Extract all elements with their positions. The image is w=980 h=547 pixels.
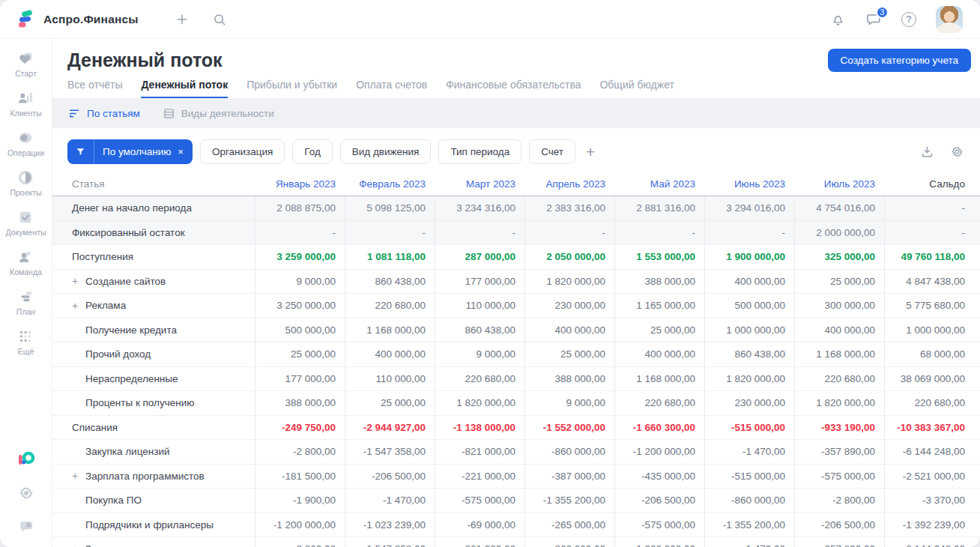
create-category-button[interactable]: Создать категорию учета	[828, 49, 971, 72]
settings-gear-icon[interactable]	[18, 485, 34, 501]
table-row[interactable]: Нераспределенные177 000,00110 000,00220 …	[52, 367, 980, 392]
default-filter-chip[interactable]: По умолчанию ×	[67, 139, 193, 164]
table-row[interactable]: +Реклама3 250 000,00220 680,00110 000,00…	[52, 294, 980, 318]
month-value-cell: -	[614, 221, 704, 245]
month-value-cell: -860 000,00	[704, 489, 794, 513]
month-value-cell: -821 000,00	[435, 440, 524, 464]
month-value-cell: 4 754 016,00	[794, 196, 884, 220]
column-header-month[interactable]: Март 2023	[435, 178, 524, 190]
sidebar-item-start[interactable]: Старт	[5, 50, 46, 78]
sidebar-item-plan[interactable]: План	[5, 288, 46, 316]
app-window: Аспро.Финансы 3 СтартКлиентыОперацииПрое…	[0, 0, 980, 547]
add-filter-icon[interactable]: +	[586, 144, 595, 160]
month-value-cell: -221 000,00	[435, 465, 524, 489]
report-tab[interactable]: Оплата счетов	[356, 79, 427, 99]
table-row[interactable]: Проценты к получению388 000,0025 000,001…	[52, 391, 980, 416]
column-header-month[interactable]: Апрель 2023	[524, 178, 614, 190]
month-value-cell: 230 000,00	[524, 294, 614, 318]
month-value-cell: -1 138 000,00	[435, 416, 524, 440]
help-icon[interactable]	[901, 12, 916, 27]
view-tab-by-articles[interactable]: По статьям	[68, 107, 140, 120]
table-row[interactable]: Получение кредита500 000,001 168 000,008…	[52, 318, 980, 343]
table-row[interactable]: Фиксированный остаток------2 000 000,00-	[52, 221, 980, 246]
report-tab[interactable]: Все отчёты	[67, 79, 122, 99]
aspro-mini-logo-icon[interactable]	[17, 450, 35, 468]
saldo-value-cell: -1 392 239,00	[884, 513, 980, 537]
report-tab[interactable]: Прибыли и убытки	[246, 79, 337, 99]
month-value-cell: 388 000,00	[524, 367, 614, 391]
plan-icon	[17, 288, 34, 305]
remove-filter-icon[interactable]: ×	[178, 146, 193, 157]
table-row[interactable]: Подрядчики и фрилансеры-1 200 000,00-1 0…	[52, 513, 980, 538]
month-value-cell: 25 000,00	[794, 270, 884, 294]
row-label-cell: Денег на начало периода	[52, 196, 255, 220]
column-header-month[interactable]: Май 2023	[614, 178, 704, 190]
filter-chip[interactable]: Вид движения	[340, 139, 432, 164]
table-row[interactable]: Денег на начало периода2 088 875,005 098…	[52, 196, 980, 221]
table-row[interactable]: Списания-249 750,00-2 944 927,00-1 138 0…	[52, 416, 980, 441]
table-row[interactable]: +Зарплата программистов-181 500,00-206 5…	[52, 465, 980, 489]
quick-create-button[interactable]	[175, 12, 190, 27]
expand-row-icon[interactable]: +	[72, 300, 85, 312]
sidebar-item-label: Ещё	[18, 347, 34, 356]
month-value-cell: -357 890,00	[794, 440, 884, 464]
month-value-cell: 400 000,00	[524, 318, 614, 342]
support-chat-icon[interactable]	[18, 519, 34, 535]
table-row[interactable]: Прочий доход25 000,00400 000,009 000,002…	[52, 342, 980, 367]
report-tab[interactable]: Денежный поток	[141, 79, 228, 99]
row-label: Закупка лицензий	[85, 446, 169, 457]
view-tab-label: По статьям	[87, 108, 140, 119]
table-row[interactable]: Покупка ПО-1 900,00-1 470,00-575 000,00-…	[52, 489, 980, 513]
brand[interactable]: Аспро.Финансы	[16, 10, 139, 29]
month-value-cell: -265 000,00	[524, 513, 614, 537]
user-avatar[interactable]	[936, 6, 963, 33]
month-value-cell: 325 000,00	[794, 245, 884, 269]
month-value-cell: 500 000,00	[255, 318, 345, 342]
expand-row-icon[interactable]: +	[72, 275, 85, 287]
column-header-month[interactable]: Июнь 2023	[704, 178, 794, 190]
column-header-month[interactable]: Февраль 2023	[345, 178, 435, 190]
report-tab[interactable]: Финансовые обязательства	[446, 79, 581, 99]
sidebar-item-documents[interactable]: Документы	[5, 209, 46, 237]
filter-chip[interactable]: Год	[292, 139, 333, 164]
table-row[interactable]: +Зарплата программистов-2 800,00-1 547 3…	[52, 537, 980, 547]
sidebar-item-label: Клиенты	[10, 109, 41, 118]
notifications-bell-icon[interactable]	[830, 11, 846, 27]
view-tab-by-activity[interactable]: Виды деятельности	[163, 107, 274, 120]
table-row[interactable]: Закупка лицензий-2 800,00-1 547 358,00-8…	[52, 440, 980, 465]
column-header-month[interactable]: Январь 2023	[255, 178, 345, 190]
sidebar-item-label: Операции	[7, 148, 44, 157]
sidebar-items: СтартКлиентыОперацииПроектыДокументыКома…	[5, 50, 46, 368]
month-value-cell: 5 098 125,00	[345, 196, 435, 220]
row-label: Покупка ПО	[85, 495, 142, 506]
sidebar-item-clients[interactable]: Клиенты	[5, 90, 46, 118]
table-body: Денег на начало периода2 088 875,005 098…	[52, 196, 980, 547]
filter-chip[interactable]: Тип периода	[438, 139, 521, 164]
messages-icon[interactable]: 3	[865, 11, 882, 28]
filter-chip[interactable]: Организация	[200, 139, 285, 164]
sidebar-item-team[interactable]: Команда	[5, 249, 46, 276]
column-header-month[interactable]: Июль 2023	[794, 178, 884, 190]
sidebar-item-operations[interactable]: Операции	[5, 130, 46, 157]
month-value-cell: 25 000,00	[255, 342, 345, 366]
month-value-cell: 220 680,00	[345, 294, 435, 318]
report-tab[interactable]: Общий бюджет	[599, 79, 674, 99]
sidebar-item-more[interactable]: Ещё	[5, 328, 46, 356]
download-icon[interactable]	[920, 145, 934, 159]
expand-row-icon[interactable]: +	[72, 470, 85, 482]
table-row[interactable]: Поступления3 259 000,001 081 118,00287 0…	[52, 245, 980, 270]
month-value-cell: 287 000,00	[435, 245, 524, 269]
month-value-cell: -515 000,00	[704, 416, 794, 440]
month-value-cell: 3 234 316,00	[435, 196, 524, 220]
table-settings-gear-icon[interactable]	[950, 145, 964, 159]
app-logo-icon	[16, 10, 36, 29]
table-row[interactable]: +Создание сайтов9 000,00860 438,00177 00…	[52, 270, 980, 294]
search-icon[interactable]	[212, 12, 227, 27]
sidebar-item-projects[interactable]: Проекты	[5, 169, 46, 197]
month-value-cell: -575 000,00	[614, 513, 704, 537]
row-label: Получение кредита	[85, 324, 177, 336]
team-icon	[17, 249, 34, 265]
month-value-cell: 177 000,00	[255, 367, 345, 391]
expand-row-icon[interactable]: +	[72, 543, 85, 547]
filter-chip[interactable]: Счет	[529, 139, 575, 164]
